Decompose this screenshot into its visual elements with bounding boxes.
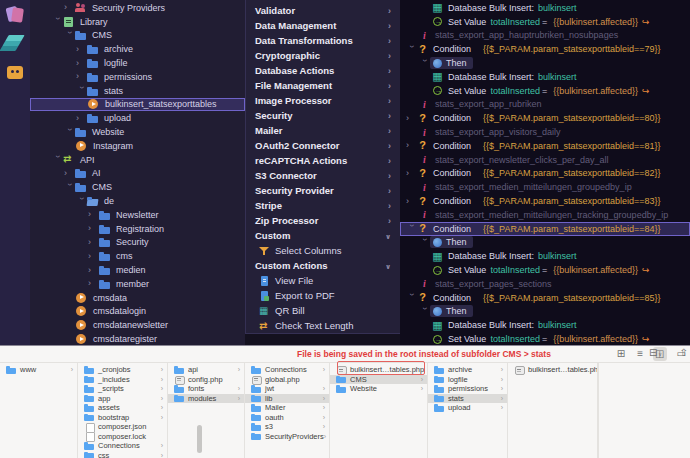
menu-item[interactable]: Custom Actions — [246, 258, 400, 273]
chevron-icon[interactable] — [88, 224, 99, 233]
tree-item[interactable]: bulkinsert_statsexporttables — [30, 98, 245, 112]
menu-item[interactable]: Security Provider — [246, 183, 400, 198]
finder-item[interactable]: fonts — [168, 384, 244, 394]
flow-step[interactable]: Then — [400, 305, 690, 319]
flow-step[interactable]: Condition {{$_PARAM.param_statsexporttab… — [400, 111, 690, 125]
chevron-icon[interactable] — [76, 59, 87, 68]
column-scrollbar[interactable] — [197, 425, 202, 453]
finder-item[interactable]: config.php — [168, 375, 244, 385]
chevron-icon[interactable] — [65, 128, 74, 139]
tree-item[interactable]: medien — [30, 263, 245, 277]
finder-item[interactable]: lib — [245, 394, 329, 404]
actions-menu-panel[interactable]: Validator Data Management Data Transform… — [245, 0, 400, 334]
flow-step[interactable]: Database Bulk Insert: bulkinsert — [400, 70, 690, 84]
menu-item[interactable]: Custom — [246, 228, 400, 243]
menu-item[interactable]: Stripe — [246, 198, 400, 213]
flow-step[interactable]: Set Value totalInserted = {{bulkinsert.a… — [400, 263, 690, 277]
menu-item[interactable]: Data Management — [246, 18, 400, 33]
chevron-icon[interactable] — [88, 210, 99, 219]
chevron-icon[interactable] — [88, 266, 99, 275]
flow-step[interactable]: stats_export_app_rubriken — [400, 98, 690, 112]
chevron-icon[interactable] — [88, 279, 99, 288]
finder-item[interactable]: archive — [428, 365, 507, 375]
finder-item[interactable]: oauth — [245, 413, 329, 423]
activity-bar-icon[interactable] — [5, 62, 25, 82]
activity-bar-icon[interactable] — [5, 33, 25, 53]
finder-item[interactable]: _cronjobs — [78, 365, 167, 375]
chevron-icon[interactable] — [65, 31, 74, 42]
finder-item[interactable]: Mailer — [245, 403, 329, 413]
flow-step[interactable]: Condition {{$_PARAM.param_statsexporttab… — [400, 291, 690, 305]
tree-item[interactable]: Website — [30, 125, 245, 139]
tree-item[interactable]: CMS — [30, 29, 245, 43]
finder-item[interactable]: bootstrap — [78, 413, 167, 423]
tree-item[interactable]: upload — [30, 111, 245, 125]
menu-item[interactable]: Mailer — [246, 123, 400, 138]
finder-item[interactable]: composer.lock — [78, 432, 167, 442]
tree-item[interactable]: cmsdata — [30, 291, 245, 305]
finder-item[interactable]: CMS — [330, 375, 427, 385]
chevron-icon[interactable] — [76, 45, 87, 54]
group-button[interactable]: ⊟∨ — [649, 347, 662, 358]
tree-item[interactable]: cmsdataregister — [30, 332, 245, 345]
tree-item[interactable]: CMS — [30, 180, 245, 194]
finder-item[interactable]: logfile — [428, 375, 507, 385]
finder-item[interactable]: upload — [428, 403, 507, 413]
flow-step[interactable]: stats_export_pages_sections — [400, 277, 690, 291]
finder-column-modules[interactable]: Connectionsglobal.phpjwtlibMaileroauths3… — [245, 363, 330, 458]
flow-step[interactable]: Set Value totalInserted = {{bulkinsert.a… — [400, 84, 690, 98]
chevron-icon[interactable] — [53, 155, 62, 166]
chevron-icon[interactable] — [420, 238, 429, 249]
chevron-icon[interactable] — [407, 293, 416, 304]
tree-item[interactable]: logfile — [30, 56, 245, 70]
finder-item[interactable]: modules — [168, 394, 244, 404]
tree-item[interactable]: Security — [30, 236, 245, 250]
chevron-icon[interactable] — [406, 141, 417, 150]
finder-item[interactable]: _includes — [78, 375, 167, 385]
flow-step[interactable]: stats_export_newsletter_clicks_per_day_a… — [400, 153, 690, 167]
tree-item[interactable]: permissions — [30, 70, 245, 84]
menu-item[interactable]: QR Bill — [246, 303, 400, 318]
flow-step[interactable]: Condition {{$_PARAM.param_statsexporttab… — [400, 167, 690, 181]
menu-item[interactable]: Export to PDF — [246, 288, 400, 303]
chevron-icon[interactable] — [88, 238, 99, 247]
flow-step[interactable]: stats_export_app_visitors_daily — [400, 125, 690, 139]
chevron-icon[interactable] — [64, 169, 75, 178]
server-action-steps-panel[interactable]: Database Bulk Insert: bulkinsert Set Val… — [400, 0, 690, 345]
finder-column-app[interactable]: apiconfig.phpfontsmodules — [168, 363, 245, 458]
finder-item[interactable]: bulkinsert…tables.php — [508, 365, 597, 375]
menu-item[interactable]: Cryptographic — [246, 48, 400, 63]
flow-step[interactable]: Then — [400, 236, 690, 250]
finder-column-www[interactable]: _cronjobs_includes_scriptsappassetsboots… — [78, 363, 168, 458]
finder-item[interactable]: api — [168, 365, 244, 375]
finder-item[interactable]: bulkinsert…tables.php — [330, 365, 427, 375]
tree-item[interactable]: Newsletter — [30, 208, 245, 222]
flow-step[interactable]: Database Bulk Insert: bulkinsert — [400, 1, 690, 15]
menu-item[interactable]: OAuth2 Connector — [246, 138, 400, 153]
flow-step[interactable]: Set Value totalInserted = {{bulkinsert.a… — [400, 332, 690, 345]
chevron-icon[interactable] — [407, 45, 416, 56]
finder-column-lib[interactable]: bulkinsert…tables.phpCMSWebsite — [330, 363, 428, 458]
finder-item[interactable]: s3 — [245, 422, 329, 432]
finder-item[interactable]: stats — [428, 394, 507, 404]
tree-item[interactable]: cms — [30, 249, 245, 263]
menu-item[interactable]: S3 Connector — [246, 168, 400, 183]
menu-item[interactable]: Zip Processor — [246, 213, 400, 228]
flow-step[interactable]: Database Bulk Insert: bulkinsert — [400, 318, 690, 332]
chevron-icon[interactable] — [420, 59, 429, 70]
finder-item[interactable]: SecurityProviders — [245, 432, 329, 442]
finder-column-cms[interactable]: archivelogfilepermissionsstatsupload — [428, 363, 508, 458]
menu-item[interactable]: Data Transformations — [246, 33, 400, 48]
finder-item[interactable]: _scripts — [78, 384, 167, 394]
finder-item[interactable]: app — [78, 394, 167, 404]
finder-item[interactable]: Connections — [245, 365, 329, 375]
flow-step[interactable]: Condition {{$_PARAM.param_statsexporttab… — [400, 139, 690, 153]
tree-item[interactable]: cmsdatanewsletter — [30, 318, 245, 332]
finder-item[interactable]: permissions — [428, 384, 507, 394]
flow-step[interactable]: Then — [400, 56, 690, 70]
finder-column-stats[interactable]: bulkinsert…tables.php — [508, 363, 598, 458]
finder-column-root[interactable]: www — [0, 363, 78, 458]
finder-item[interactable]: css — [78, 451, 167, 458]
menu-item[interactable]: reCAPTCHA Actions — [246, 153, 400, 168]
chevron-icon[interactable] — [406, 114, 417, 123]
